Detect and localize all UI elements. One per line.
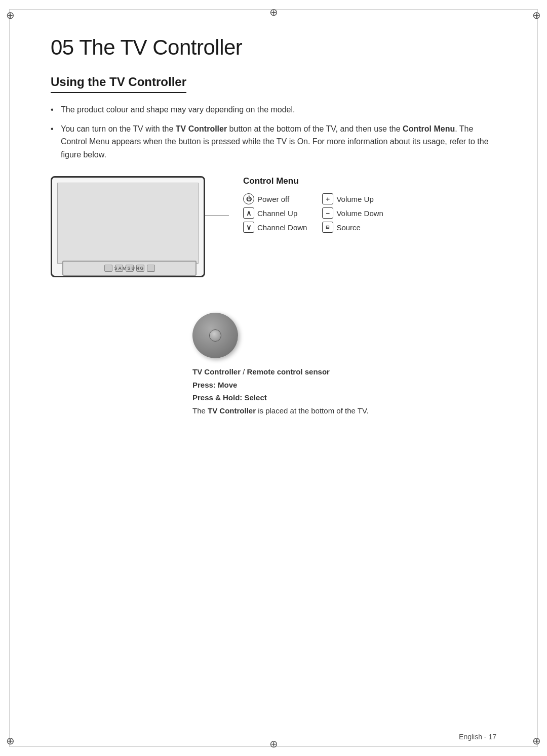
controller-line-3: Press & Hold: Select <box>192 391 496 404</box>
press-hold-bold: Press & Hold: Select <box>192 393 267 402</box>
page-content: 05 The TV Controller Using the TV Contro… <box>0 0 547 457</box>
volume-up-label: Volume Up <box>336 195 373 203</box>
menu-items-grid: ⏻ Power off + Volume Up ∧ Channel Up − V… <box>243 193 383 233</box>
callout-line <box>204 216 229 216</box>
chapter-title: 05 The TV Controller <box>51 35 496 60</box>
compass-left-top: ⊕ <box>6 9 15 21</box>
source-icon: ⊟ <box>322 222 333 233</box>
compass-right-bottom: ⊕ <box>532 735 541 747</box>
channel-down-label: Channel Down <box>257 223 307 232</box>
tv-brand: SAMSUNG <box>114 266 144 271</box>
bullet-1: The product colour and shape may vary de… <box>51 103 496 116</box>
tv-controller-bold: TV Controller <box>176 124 227 133</box>
bullet-2-text: You can turn on the TV with the TV Contr… <box>61 124 489 159</box>
tv-controller-bold-2: TV Controller <box>192 367 241 376</box>
compass-top: ⊕ <box>269 6 278 18</box>
power-off-label: Power off <box>257 195 289 203</box>
separator: / <box>241 367 247 376</box>
control-menu-title: Control Menu <box>243 176 383 186</box>
diagram-area: SAMSUNG Control Menu ⏻ Power off + <box>51 176 496 292</box>
volume-up-icon: + <box>322 193 333 204</box>
tv-screen <box>57 183 199 264</box>
intro-bullets: The product colour and shape may vary de… <box>51 103 496 161</box>
tv-bottom-bar: SAMSUNG <box>62 261 197 276</box>
menu-item-channel-down: ∨ Channel Down <box>243 222 307 233</box>
compass-left-bottom: ⊕ <box>6 735 15 747</box>
control-menu: Control Menu ⏻ Power off + Volume Up ∧ C… <box>243 176 383 233</box>
volume-down-icon: − <box>322 207 333 219</box>
page-number: English - 17 <box>459 733 496 741</box>
controller-line-1: TV Controller / Remote control sensor <box>192 365 496 379</box>
control-menu-bold: Control Menu <box>403 124 455 133</box>
channel-up-label: Channel Up <box>257 209 297 218</box>
tv-controller-button <box>192 313 238 358</box>
controller-line-4: The TV Controller is placed at the botto… <box>192 404 496 417</box>
menu-item-source: ⊟ Source <box>322 222 383 233</box>
tv-button-5 <box>147 265 155 272</box>
tv-illustration: SAMSUNG <box>51 176 213 292</box>
source-label: Source <box>336 223 361 232</box>
controller-line-2: Press: Move <box>192 379 496 392</box>
power-off-icon: ⏻ <box>243 193 254 204</box>
menu-item-power: ⏻ Power off <box>243 193 307 204</box>
tv-outer-frame: SAMSUNG <box>51 176 205 277</box>
bullet-2: You can turn on the TV with the TV Contr… <box>51 122 496 161</box>
compass-bottom: ⊕ <box>269 738 278 750</box>
controller-area: TV Controller / Remote control sensor Pr… <box>192 313 496 417</box>
tv-controller-bold-3: TV Controller <box>208 406 256 415</box>
section-title: Using the TV Controller <box>51 75 186 93</box>
press-move-bold: Press: Move <box>192 381 237 389</box>
controller-text-area: TV Controller / Remote control sensor Pr… <box>192 365 496 417</box>
controller-dot <box>209 329 221 342</box>
tv-diagram: SAMSUNG <box>51 176 223 292</box>
menu-item-channel-up: ∧ Channel Up <box>243 207 307 219</box>
menu-item-volume-down: − Volume Down <box>322 207 383 219</box>
compass-right-top: ⊕ <box>532 9 541 21</box>
channel-down-icon: ∨ <box>243 222 254 233</box>
menu-item-volume-up: + Volume Up <box>322 193 383 204</box>
remote-sensor-bold: Remote control sensor <box>247 367 330 376</box>
volume-down-label: Volume Down <box>336 209 383 218</box>
bullet-1-text: The product colour and shape may vary de… <box>61 105 295 114</box>
tv-button-1 <box>104 265 112 272</box>
channel-up-icon: ∧ <box>243 207 254 219</box>
